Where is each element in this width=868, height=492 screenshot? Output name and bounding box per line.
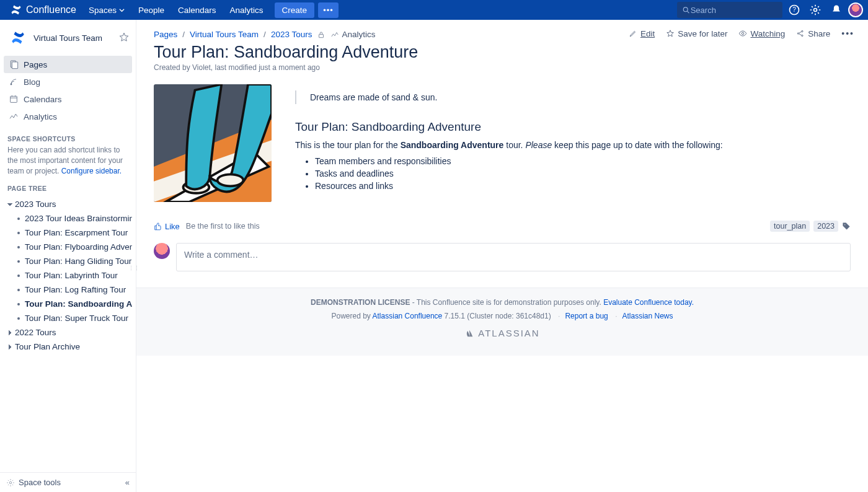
hero: Dreams are made of sand & sun. Tour Plan…: [136, 78, 868, 209]
save-for-later-button[interactable]: Save for later: [666, 29, 727, 38]
intro-post: keep this page up to date with the follo…: [552, 140, 723, 150]
configure-sidebar-link[interactable]: Configure sidebar.: [61, 167, 122, 175]
chevron-down-icon[interactable]: [6, 201, 14, 208]
tree-item[interactable]: Tour Plan: Labyrinth Tour: [4, 268, 132, 283]
tag[interactable]: tour_plan: [770, 221, 810, 232]
sidebar-collapse-button[interactable]: «: [125, 478, 130, 487]
hero-text: Dreams are made of sand & sun. Tour Plan…: [295, 84, 851, 202]
bullets: Team members and responsibilities Tasks …: [295, 154, 851, 192]
sidebar-item-blog[interactable]: Blog: [4, 73, 132, 90]
create-button[interactable]: Create: [275, 2, 315, 18]
sidebar: Virtual Tours Team Pages Blog Calendars …: [0, 20, 136, 492]
label-icon[interactable]: [842, 222, 851, 231]
topbar: Confluence Spaces People Calendars Analy…: [0, 0, 868, 20]
breadcrumb-space[interactable]: Virtual Tours Team: [190, 30, 259, 39]
share-label: Share: [808, 29, 830, 38]
save-label: Save for later: [678, 29, 727, 38]
nav-spaces-label: Spaces: [89, 6, 117, 15]
search-box[interactable]: [677, 2, 782, 18]
breadcrumbs: Pages/ Virtual Tours Team/ 2023 Tours An…: [136, 20, 629, 39]
tree-item[interactable]: Tour Plan: Log Rafting Tour: [4, 283, 132, 297]
tree-label: 2023 Tour Ideas Brainstorming: [25, 214, 132, 223]
product-link[interactable]: Atlassian Confluence: [373, 312, 443, 320]
topbar-right: ?: [677, 1, 863, 19]
page-actions: Edit Save for later Watching Share •••: [629, 20, 868, 38]
footer-demo-bold: DEMONSTRATION LICENSE: [311, 298, 410, 307]
svg-point-15: [802, 30, 803, 32]
pencil-icon: [629, 29, 637, 38]
bc-analytics-link[interactable]: Analytics: [330, 30, 375, 39]
like-button[interactable]: Like: [154, 222, 180, 231]
nav-calendars[interactable]: Calendars: [172, 6, 223, 15]
page-tree: 2023 Tours 2023 Tour Ideas Brainstorming…: [0, 195, 136, 359]
space-logo[interactable]: [9, 29, 27, 47]
nav-spaces[interactable]: Spaces: [82, 6, 131, 15]
tree-label: Tour Plan: Escarpment Tour: [25, 228, 128, 237]
svg-point-4: [814, 9, 817, 12]
comment-avatar: [154, 243, 170, 259]
sidebar-item-analytics[interactable]: Analytics: [4, 108, 132, 125]
tree-root-2023[interactable]: 2023 Tours: [4, 197, 132, 211]
search-input[interactable]: [691, 6, 777, 15]
chevron-right-icon[interactable]: [6, 343, 14, 351]
sidebar-item-calendars[interactable]: Calendars: [4, 90, 132, 108]
pagetree-label: PAGE TREE: [0, 181, 136, 195]
report-bug-link[interactable]: Report a bug: [565, 312, 608, 320]
edit-button[interactable]: Edit: [629, 29, 655, 38]
restrictions-icon[interactable]: [317, 30, 326, 39]
svg-text:?: ?: [792, 6, 796, 13]
svg-point-20: [218, 175, 244, 187]
user-avatar[interactable]: [848, 2, 863, 17]
tree-item[interactable]: Tour Plan: Escarpment Tour: [4, 226, 132, 240]
intro-mid: tour.: [503, 140, 525, 150]
breadcrumb-parent[interactable]: 2023 Tours: [271, 30, 312, 39]
like-label: Like: [165, 222, 180, 231]
space-tools-button[interactable]: Space tools: [19, 478, 61, 487]
chevron-right-icon[interactable]: [6, 329, 14, 336]
edit-label: Edit: [640, 29, 655, 38]
tree-item[interactable]: Tour Plan: Super Truck Tour: [4, 311, 132, 325]
share-button[interactable]: Share: [796, 29, 830, 38]
space-name[interactable]: Virtual Tours Team: [33, 33, 112, 43]
tree-sibling-2022[interactable]: 2022 Tours: [4, 325, 132, 340]
settings-button[interactable]: [806, 1, 825, 19]
nav-analytics[interactable]: Analytics: [224, 6, 270, 15]
help-button[interactable]: ?: [785, 1, 804, 19]
atlassian-icon: [464, 328, 474, 338]
sidebar-item-pages[interactable]: Pages: [4, 56, 132, 73]
tag[interactable]: 2023: [813, 221, 838, 232]
atlassian-brand[interactable]: ATLASSIAN: [136, 328, 868, 338]
tree-label: Tour Plan: Log Rafting Tour: [25, 285, 126, 294]
tree-label: Tour Plan: Hang Gliding Tour: [25, 257, 131, 266]
breadcrumb-pages[interactable]: Pages: [154, 30, 177, 39]
chevron-down-icon: [119, 7, 125, 13]
shortcuts-help: Here you can add shortcut links to the m…: [0, 145, 136, 181]
tree-item[interactable]: Tour Plan: Flyboarding Adventure: [4, 240, 132, 254]
tree-sibling-archive[interactable]: Tour Plan Archive: [4, 340, 132, 354]
tree-label: 2022 Tours: [15, 328, 56, 337]
hero-image: [154, 84, 272, 202]
atlassian-news-link[interactable]: Atlassian News: [622, 312, 673, 320]
page-actions-more[interactable]: •••: [841, 29, 854, 38]
eye-icon: [738, 29, 747, 38]
tree-item[interactable]: 2023 Tour Ideas Brainstorming: [4, 211, 132, 226]
nav-people[interactable]: People: [132, 6, 170, 15]
confluence-logo[interactable]: Confluence: [5, 4, 81, 16]
tree-item-current[interactable]: Tour Plan: Sandboarding Adve: [4, 297, 132, 311]
watching-button[interactable]: Watching: [738, 29, 785, 38]
sidebar-resize-handle[interactable]: ⋮⋮: [132, 256, 136, 281]
tree-item[interactable]: Tour Plan: Hang Gliding Tour: [4, 254, 132, 268]
byline: Created by Violet, last modified just a …: [136, 63, 868, 78]
tree-label: 2023 Tours: [15, 200, 56, 209]
app-body: Virtual Tours Team Pages Blog Calendars …: [0, 20, 868, 492]
create-more-button[interactable]: •••: [318, 2, 339, 18]
space-header: Virtual Tours Team: [0, 20, 136, 53]
comment-input[interactable]: Write a comment…: [176, 243, 851, 271]
comment-row: Write a comment…: [136, 238, 868, 288]
subtitle: Tour Plan: Sandboarding Adventure: [295, 120, 851, 134]
sidebar-item-label: Blog: [24, 77, 40, 87]
thumbs-up-icon: [154, 222, 162, 231]
notifications-button[interactable]: [827, 1, 846, 19]
evaluate-link[interactable]: Evaluate Confluence today.: [603, 298, 694, 307]
star-space-button[interactable]: [118, 32, 130, 45]
